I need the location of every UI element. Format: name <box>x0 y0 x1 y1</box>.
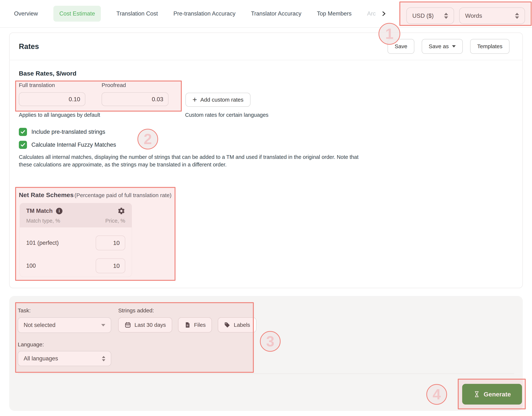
custom-rates-note: Custom rates for certain languages <box>185 112 268 118</box>
rates-card-header: Rates Save Save as Templates <box>10 33 522 60</box>
report-generator-panel: Task: Not selected Strings added: Last 3… <box>9 296 523 411</box>
files-label: Files <box>194 322 206 328</box>
fuzzy-matches-checkbox[interactable] <box>19 141 27 149</box>
proofread-input[interactable] <box>102 92 169 106</box>
include-pretranslated-row: Include pre-translated strings <box>19 128 105 136</box>
file-icon <box>184 322 191 328</box>
calendar-icon <box>124 321 131 328</box>
tab-top-members[interactable]: Top Members <box>317 10 352 17</box>
base-rates-heading: Base Rates, $/word <box>19 70 76 77</box>
labels-label: Labels <box>234 322 250 328</box>
language-select[interactable]: All languages <box>18 351 111 366</box>
tm-row-price-input[interactable] <box>96 236 125 250</box>
fuzzy-description: Calculates all internal matches, display… <box>19 153 366 169</box>
proofread-label: Proofread <box>102 82 126 88</box>
include-pretranslated-checkbox[interactable] <box>19 128 27 136</box>
panel-divider <box>18 374 514 374</box>
chevron-down-icon <box>101 324 105 326</box>
tm-row-price-input[interactable] <box>96 258 125 273</box>
tm-row-label: 100 <box>26 263 36 269</box>
tm-match-header: TM Match i Match type, % Price, % <box>19 203 132 227</box>
net-rate-schemes-heading: Net Rate Schemes (Percentage paid of ful… <box>19 191 171 199</box>
generate-button-label: Generate <box>484 391 511 398</box>
last-30-days-label: Last 30 days <box>134 322 166 328</box>
chevron-down-icon <box>452 45 456 47</box>
select-updown-icon <box>444 13 448 19</box>
save-button-label: Save <box>395 43 407 49</box>
tabs-scroll-right-chevron-icon[interactable] <box>380 10 387 17</box>
tab-pre-translation-accuracy[interactable]: Pre-translation Accuracy <box>173 10 236 17</box>
language-label: Language: <box>18 341 44 348</box>
tm-match-row: 101 (perfect) <box>26 234 125 252</box>
language-select-value: All languages <box>24 355 58 362</box>
task-select-value: Not selected <box>24 322 56 329</box>
fuzzy-matches-row: Calculate Internal Fuzzy Matches <box>19 141 116 149</box>
task-select[interactable]: Not selected <box>18 317 111 333</box>
full-translation-label: Full translation <box>19 82 55 88</box>
tag-icon <box>224 322 230 328</box>
files-filter-button[interactable]: Files <box>178 317 212 332</box>
tab-translator-accuracy[interactable]: Translator Accuracy <box>251 10 302 17</box>
tab-translation-cost[interactable]: Translation Cost <box>116 10 158 17</box>
tm-row-label: 101 (perfect) <box>26 240 59 246</box>
include-pretranslated-label: Include pre-translated strings <box>31 129 105 135</box>
base-rates-note: Applies to all languages by default <box>19 112 100 118</box>
unit-select[interactable]: Words <box>459 7 525 24</box>
add-custom-rates-button[interactable]: + Add custom rates <box>185 93 250 107</box>
tab-archive-truncated[interactable]: Arc <box>367 10 376 17</box>
save-as-button[interactable]: Save as <box>422 39 463 54</box>
tm-col-price: Price, % <box>105 218 125 224</box>
fuzzy-matches-label: Calculate Internal Fuzzy Matches <box>31 142 116 148</box>
net-rate-schemes-subtitle: (Percentage paid of full translation rat… <box>75 192 171 198</box>
generate-button[interactable]: Generate <box>462 384 522 405</box>
templates-button[interactable]: Templates <box>470 39 509 54</box>
hourglass-icon <box>473 391 480 398</box>
task-label: Task: <box>18 307 31 314</box>
labels-filter-button[interactable]: Labels <box>218 317 256 332</box>
tm-match-title: TM Match <box>26 208 53 214</box>
tab-overview[interactable]: Overview <box>14 10 38 17</box>
rates-card: Rates Save Save as Templates Base Rates,… <box>9 32 523 288</box>
tm-match-row: 100 <box>26 256 125 275</box>
tab-cost-estimate[interactable]: Cost Estimate <box>53 6 101 22</box>
info-icon[interactable]: i <box>56 208 62 214</box>
last-30-days-filter-button[interactable]: Last 30 days <box>118 317 172 332</box>
page-title: Rates <box>19 42 39 51</box>
save-as-button-label: Save as <box>429 43 449 49</box>
select-updown-icon <box>102 356 105 361</box>
tm-match-card: TM Match i Match type, % Price, % 101 (p… <box>19 203 132 277</box>
net-rate-schemes-title: Net Rate Schemes <box>19 191 74 199</box>
string-filters: Last 30 days Files Labels <box>118 317 256 332</box>
save-button[interactable]: Save <box>388 39 414 54</box>
full-translation-input[interactable] <box>19 92 85 106</box>
strings-added-label: Strings added: <box>118 307 154 314</box>
add-custom-rates-label: Add custom rates <box>200 97 243 103</box>
check-icon <box>20 129 26 135</box>
gear-icon[interactable] <box>117 207 125 215</box>
currency-select[interactable]: USD ($) <box>406 7 454 24</box>
tm-col-match-type: Match type, % <box>26 218 60 224</box>
unit-select-value: Words <box>465 12 482 19</box>
templates-button-label: Templates <box>477 43 503 49</box>
currency-select-value: USD ($) <box>412 12 434 19</box>
select-updown-icon <box>515 13 519 19</box>
check-icon <box>20 142 26 148</box>
